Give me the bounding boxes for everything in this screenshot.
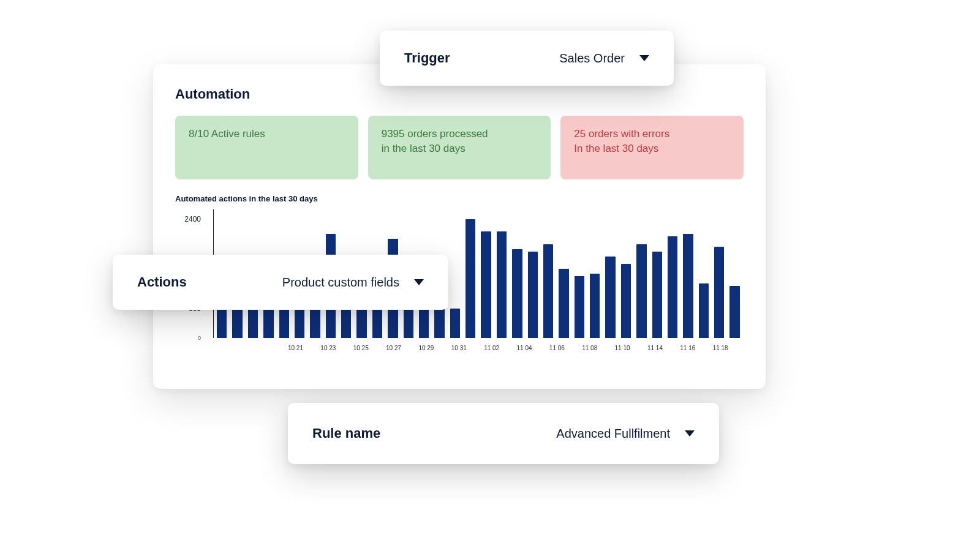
stat-errors-line1: 25 orders with errors [574, 127, 730, 141]
chart-bar [543, 244, 553, 338]
chart-bar [729, 286, 739, 338]
chart-x-tick [472, 345, 478, 351]
chart-x-tick: 10 27 [386, 345, 401, 351]
chart-bar [605, 257, 615, 338]
chart-bar [621, 264, 631, 338]
chart-bar [497, 231, 507, 338]
stat-active-rules: 8/10 Active rules [175, 116, 358, 179]
stat-orders-processed: 9395 orders processed in the last 30 day… [368, 116, 551, 179]
trigger-value: Sales Order [559, 51, 625, 66]
actions-value: Product custom fields [282, 276, 399, 290]
chart-bar [683, 234, 693, 338]
chart-x-tick [217, 345, 223, 351]
stat-active-line1: 8/10 Active rules [189, 127, 345, 141]
chart-x-tick [668, 345, 674, 351]
chart-x-tick: 10 29 [418, 345, 434, 351]
chart-x-tick: 11 04 [516, 345, 532, 351]
chart-x-tick [374, 345, 380, 351]
stat-errors-line2: In the last 30 days [574, 141, 730, 156]
chart-bar [528, 252, 538, 338]
trigger-label: Trigger [404, 50, 450, 66]
chart-y-tick: 2400 [184, 215, 201, 223]
rule-name-value: Advanced Fullfilment [556, 427, 670, 441]
automation-title: Automation [175, 86, 744, 102]
chart-x-tick [241, 345, 247, 351]
chart-x-tick: 11 08 [582, 345, 597, 351]
stat-orders-errors: 25 orders with errors In the last 30 day… [560, 116, 744, 179]
chart-y-tick: 0 [198, 335, 201, 341]
chart-bar [559, 269, 568, 338]
chart-x-tick [570, 345, 576, 351]
chart-x-tick [538, 345, 544, 351]
rule-name-label: Rule name [312, 425, 380, 441]
actions-label: Actions [137, 274, 187, 290]
chart-bar [450, 309, 460, 338]
chart-x-tick [252, 345, 258, 351]
chart-x-tick: 11 02 [484, 345, 499, 351]
chart-x-tick [276, 345, 282, 351]
chart-x-tick [734, 345, 740, 351]
chart-x-tick [439, 345, 445, 351]
chart-bar [699, 283, 709, 338]
chart-x-tick [603, 345, 609, 351]
chevron-down-icon [639, 55, 649, 61]
stats-row: 8/10 Active rules 9395 orders processed … [175, 116, 744, 179]
chart-bar [636, 244, 646, 338]
trigger-selector[interactable]: Trigger Sales Order [380, 31, 674, 86]
chart-bar [481, 231, 491, 338]
chart-x-tick: 10 21 [288, 345, 303, 351]
chart-x-tick: 10 25 [353, 345, 369, 351]
chart-x-tick [309, 345, 315, 351]
chart-x-tick [407, 345, 413, 351]
chart-x-tick [701, 345, 707, 351]
chart-x-tick: 11 14 [647, 345, 663, 351]
chart-x-tick: 11 06 [549, 345, 565, 351]
chart-bar [668, 236, 677, 338]
chart-bar [652, 252, 662, 338]
chart-x-tick [636, 345, 642, 351]
rule-name-selector[interactable]: Rule name Advanced Fullfilment [288, 403, 719, 464]
chart-bar [466, 219, 475, 338]
chevron-down-icon [414, 279, 424, 285]
chart-title: Automated actions in the last 30 days [175, 194, 744, 203]
chevron-down-icon [685, 430, 695, 437]
chart-bar [512, 249, 522, 338]
automation-card: Automation 8/10 Active rules 9395 orders… [153, 64, 766, 389]
chart-x-tick [341, 345, 347, 351]
chart-x-tick: 11 16 [680, 345, 695, 351]
stat-orders-line2: in the last 30 days [382, 141, 538, 156]
chart-x-tick: 11 18 [713, 345, 728, 351]
chart-x-labels: 10 2110 2310 2510 2710 2910 3111 0211 04… [217, 345, 740, 351]
chart-x-tick: 10 23 [320, 345, 336, 351]
chart-bar [575, 276, 584, 338]
chart-bar [590, 274, 600, 338]
chart-x-tick: 11 10 [615, 345, 630, 351]
chart-bar [714, 247, 724, 338]
chart-x-tick [228, 345, 235, 351]
actions-selector[interactable]: Actions Product custom fields [113, 255, 448, 310]
chart-x-tick: 10 31 [451, 345, 467, 351]
stat-orders-line1: 9395 orders processed [382, 127, 538, 141]
chart-x-tick [505, 345, 511, 351]
chart-x-tick [264, 345, 270, 351]
